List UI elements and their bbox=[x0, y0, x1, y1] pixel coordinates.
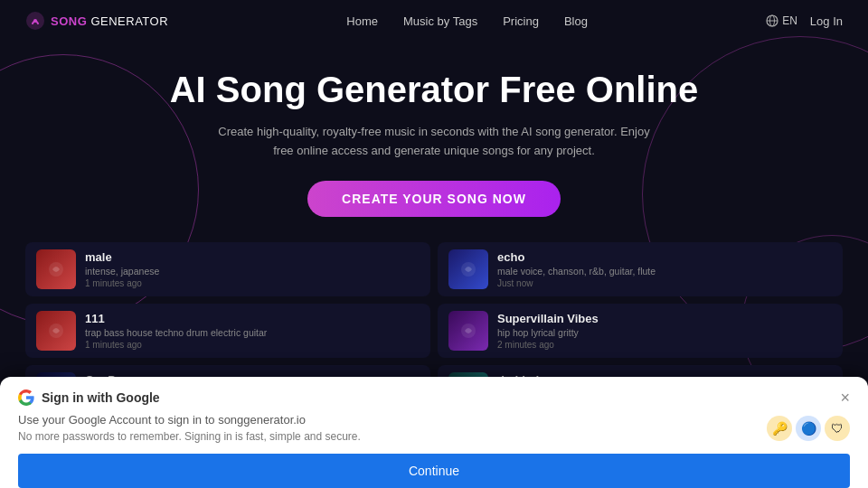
language-label: EN bbox=[782, 14, 797, 27]
icon-bubble-1: 🔑 bbox=[767, 416, 792, 441]
song-card[interactable]: Supervillain Vibes hip hop lyrical gritt… bbox=[438, 304, 843, 358]
song-info: 111 trap bass house techno drum electric… bbox=[85, 312, 420, 350]
song-tags: trap bass house techno drum electric gui… bbox=[85, 327, 420, 338]
song-tags: hip hop lyrical gritty bbox=[497, 327, 832, 338]
language-selector[interactable]: EN bbox=[766, 14, 797, 27]
logo-generator: GENERATOR bbox=[90, 14, 168, 28]
song-title: male bbox=[85, 250, 420, 264]
song-thumbnail bbox=[448, 311, 488, 351]
song-title: echo bbox=[497, 250, 832, 264]
svg-point-1 bbox=[33, 19, 37, 23]
modal-subdescription: No more passwords to remember. Signing i… bbox=[18, 430, 850, 443]
login-button[interactable]: Log In bbox=[810, 14, 843, 28]
modal-description: Use your Google Account to sign in to so… bbox=[18, 413, 850, 427]
song-title: 111 bbox=[85, 312, 420, 325]
hero-subtitle: Create high-quality, royalty-free music … bbox=[217, 123, 651, 161]
song-thumbnail bbox=[36, 311, 76, 351]
logo-icon bbox=[25, 11, 45, 31]
nav-right: EN Log In bbox=[766, 14, 843, 28]
nav-item-tags[interactable]: Music by Tags bbox=[403, 13, 477, 29]
cta-button[interactable]: CREATE YOUR SONG NOW bbox=[307, 181, 561, 217]
navbar: SONG GENERATOR Home Music by Tags Pricin… bbox=[0, 0, 868, 42]
continue-button[interactable]: Continue bbox=[18, 454, 850, 488]
song-time: Just now bbox=[497, 278, 832, 288]
nav-links: Home Music by Tags Pricing Blog bbox=[346, 13, 588, 29]
logo[interactable]: SONG GENERATOR bbox=[25, 11, 168, 31]
song-time: 1 minutes ago bbox=[85, 340, 420, 350]
song-thumbnail bbox=[448, 249, 488, 289]
nav-item-pricing[interactable]: Pricing bbox=[503, 13, 539, 29]
song-card[interactable]: 111 trap bass house techno drum electric… bbox=[25, 304, 430, 358]
modal-close-button[interactable]: × bbox=[840, 389, 850, 406]
song-tags: male voice, chanson, r&b, guitar, flute bbox=[497, 266, 832, 277]
logo-text: SONG GENERATOR bbox=[51, 14, 168, 28]
song-time: 1 minutes ago bbox=[85, 278, 420, 288]
hero-section: AI Song Generator Free Online Create hig… bbox=[0, 42, 868, 233]
song-tags: intense, japanese bbox=[85, 266, 420, 277]
hero-title: AI Song Generator Free Online bbox=[18, 69, 850, 110]
song-card[interactable]: echo male voice, chanson, r&b, guitar, f… bbox=[438, 242, 843, 296]
song-info: male intense, japanese 1 minutes ago bbox=[85, 250, 420, 288]
song-card[interactable]: male intense, japanese 1 minutes ago bbox=[25, 242, 430, 296]
song-info: echo male voice, chanson, r&b, guitar, f… bbox=[497, 250, 832, 288]
modal-signin-label: Sign in with Google bbox=[42, 390, 160, 405]
google-sign-in-row: Sign in with Google bbox=[18, 389, 160, 406]
icon-bubble-2: 🔵 bbox=[796, 416, 821, 441]
language-icon bbox=[766, 14, 778, 27]
icon-bubble-3: 🛡 bbox=[825, 416, 850, 441]
song-title: Supervillain Vibes bbox=[497, 312, 832, 325]
google-signin-modal: Sign in with Google × 🔑 🔵 🛡 Use your Goo… bbox=[0, 377, 868, 488]
nav-item-home[interactable]: Home bbox=[346, 13, 378, 29]
nav-item-blog[interactable]: Blog bbox=[564, 13, 588, 29]
google-logo bbox=[18, 389, 34, 406]
song-time: 2 minutes ago bbox=[497, 340, 832, 350]
modal-header: Sign in with Google × bbox=[18, 389, 850, 406]
logo-song: SONG bbox=[51, 14, 87, 28]
modal-decorative-icons: 🔑 🔵 🛡 bbox=[767, 416, 850, 441]
song-thumbnail bbox=[36, 249, 76, 289]
song-info: Supervillain Vibes hip hop lyrical gritt… bbox=[497, 312, 832, 350]
